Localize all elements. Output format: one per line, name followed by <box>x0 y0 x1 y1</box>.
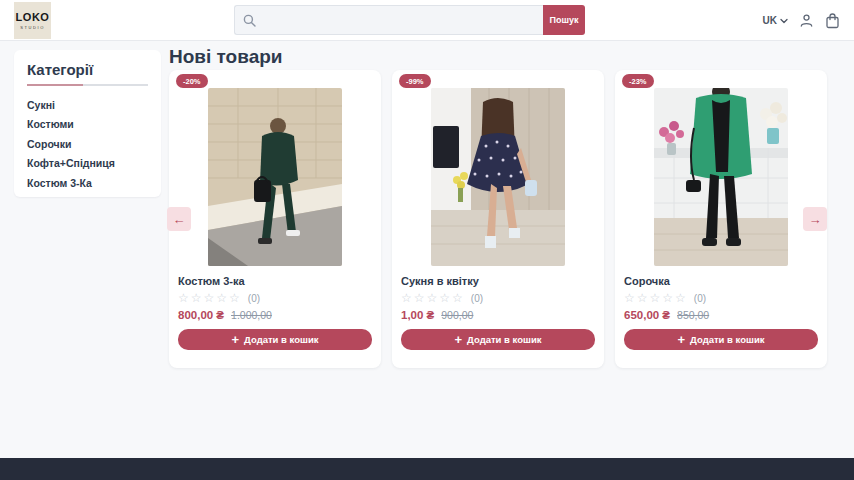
add-to-cart-label: Додати в кошик <box>244 334 318 345</box>
language-label: UK <box>763 15 777 26</box>
current-price: 800,00 ₴ <box>178 309 224 321</box>
rating-count: (0) <box>694 293 706 304</box>
header-actions: UK <box>763 0 840 41</box>
current-price: 1,00 ₴ <box>401 309 434 321</box>
star-rating-icons: ☆☆☆☆☆ <box>401 292 465 304</box>
account-button[interactable] <box>799 13 814 28</box>
add-to-cart-button[interactable]: + Додати в кошик <box>401 329 595 350</box>
carousel-next-button[interactable]: → <box>803 207 827 231</box>
chevron-down-icon <box>780 18 788 24</box>
search-button[interactable]: Пошук <box>543 5 585 35</box>
discount-badge: -23% <box>622 74 654 88</box>
add-to-cart-button[interactable]: + Додати в кошик <box>624 329 818 350</box>
product-image <box>431 88 565 266</box>
price-row: 800,00 ₴ 1.000,00 <box>178 309 372 321</box>
product-card[interactable]: -99% <box>392 70 604 368</box>
product-title: Сорочка <box>624 275 818 287</box>
old-price: 850,00 <box>677 309 709 321</box>
sidebar-item-top-skirt[interactable]: Кофта+Спідниця <box>27 154 148 174</box>
price-row: 650,00 ₴ 850,00 <box>624 309 818 321</box>
header: LOKO STUDIO Пошук UK <box>0 0 854 41</box>
product-info: Сукня в квітку ☆☆☆☆☆ (0) 1,00 ₴ 900,00 +… <box>392 266 604 350</box>
product-grid: -20% <box>169 70 827 368</box>
plus-icon: + <box>231 333 239 346</box>
add-to-cart-label: Додати в кошик <box>467 334 541 345</box>
plus-icon: + <box>454 333 462 346</box>
product-info: Костюм 3-ка ☆☆☆☆☆ (0) 800,00 ₴ 1.000,00 … <box>169 266 381 350</box>
search-input-wrapper <box>234 5 543 35</box>
product-image <box>208 88 342 266</box>
product-image <box>654 88 788 266</box>
old-price: 1.000,00 <box>231 309 272 321</box>
divider <box>27 84 148 86</box>
carousel-prev-button[interactable]: ← <box>167 207 191 231</box>
logo[interactable]: LOKO STUDIO <box>14 2 51 39</box>
rating-count: (0) <box>471 293 483 304</box>
category-list: Сукні Костюми Сорочки Кофта+Спідниця Кос… <box>27 95 148 193</box>
rating: ☆☆☆☆☆ (0) <box>624 292 818 304</box>
product-title: Сукня в квітку <box>401 275 595 287</box>
star-rating-icons: ☆☆☆☆☆ <box>178 292 242 304</box>
categories-title: Категорії <box>27 61 148 78</box>
logo-text: LOKO <box>16 12 50 23</box>
sidebar-item-3piece-suit[interactable]: Костюм 3-Ка <box>27 173 148 193</box>
footer <box>0 458 854 480</box>
logo-subtext: STUDIO <box>20 25 45 30</box>
product-info: Сорочка ☆☆☆☆☆ (0) 650,00 ₴ 850,00 + Дода… <box>615 266 827 350</box>
search-input[interactable] <box>262 15 535 26</box>
cart-bag-icon <box>825 13 840 29</box>
price-row: 1,00 ₴ 900,00 <box>401 309 595 321</box>
old-price: 900,00 <box>441 309 473 321</box>
rating: ☆☆☆☆☆ (0) <box>401 292 595 304</box>
categories-panel: Категорії Сукні Костюми Сорочки Кофта+Сп… <box>14 50 161 197</box>
plus-icon: + <box>677 333 685 346</box>
rating: ☆☆☆☆☆ (0) <box>178 292 372 304</box>
user-icon <box>799 13 814 28</box>
star-rating-icons: ☆☆☆☆☆ <box>624 292 688 304</box>
search-icon <box>243 14 256 27</box>
sidebar-item-suits[interactable]: Костюми <box>27 115 148 135</box>
product-title: Костюм 3-ка <box>178 275 372 287</box>
page-title: Нові товари <box>169 46 283 68</box>
arrow-right-icon: → <box>809 212 822 227</box>
product-card[interactable]: -23% <box>615 70 827 368</box>
current-price: 650,00 ₴ <box>624 309 670 321</box>
sidebar-item-dresses[interactable]: Сукні <box>27 95 148 115</box>
rating-count: (0) <box>248 293 260 304</box>
search-bar: Пошук <box>234 5 585 35</box>
add-to-cart-label: Додати в кошик <box>690 334 764 345</box>
sidebar-item-shirts[interactable]: Сорочки <box>27 134 148 154</box>
product-card[interactable]: -20% <box>169 70 381 368</box>
discount-badge: -20% <box>176 74 208 88</box>
add-to-cart-button[interactable]: + Додати в кошик <box>178 329 372 350</box>
page: LOKO STUDIO Пошук UK <box>0 0 854 480</box>
discount-badge: -99% <box>399 74 431 88</box>
language-selector[interactable]: UK <box>763 15 788 26</box>
cart-button[interactable] <box>825 13 840 29</box>
arrow-left-icon: ← <box>173 212 186 227</box>
